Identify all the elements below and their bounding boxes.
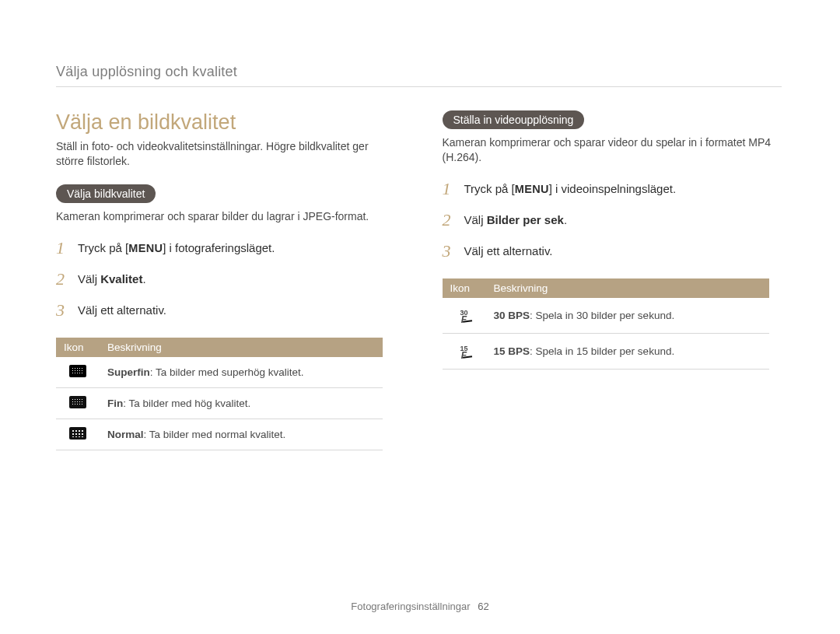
section-pill-video: Ställa in videoupplösning xyxy=(443,110,585,129)
quality-steps: 1 Tryck på [MENU] i fotograferingsläget.… xyxy=(56,238,396,321)
video-steps: 1 Tryck på [MENU] i videoinspelningsläge… xyxy=(443,179,782,261)
intro-text: Ställ in foto- och videokvalitetsinställ… xyxy=(56,139,396,169)
footer-section: Fotograferingsinställningar xyxy=(351,601,470,612)
step-body: Välj ett alternativ. xyxy=(78,303,166,317)
row-bold: 30 BPS xyxy=(494,310,530,321)
fps-f: F xyxy=(461,316,467,324)
step-body: Välj Bilder per sek. xyxy=(464,213,568,226)
step-body: Välj Kvalitet. xyxy=(78,272,146,285)
fps-icon-30: 30F xyxy=(443,298,486,333)
menu-label: MENU xyxy=(515,183,549,195)
step1-pre: Tryck på [ xyxy=(78,241,128,254)
step-body: Välj ett alternativ. xyxy=(464,244,553,257)
step-number: 1 xyxy=(443,179,464,199)
step2-pre: Välj xyxy=(464,213,487,226)
table-row: Superfin: Ta bilder med superhög kvalite… xyxy=(56,357,383,388)
fps-icon-15: 15F xyxy=(443,333,486,369)
right-column: Ställa in videoupplösning Kameran kompri… xyxy=(443,110,782,450)
section-pill-quality: Välja bildkvalitet xyxy=(56,184,156,203)
video-paragraph: Kameran komprimerar och sparar videor du… xyxy=(443,135,782,165)
video-table: Ikon Beskrivning 30F 30 BPS: Spela in 30… xyxy=(443,278,769,370)
desc-cell: Superfin: Ta bilder med superhög kvalite… xyxy=(100,357,383,388)
row-bold: Fin xyxy=(107,398,123,409)
desc-cell: Fin: Ta bilder med hög kvalitet. xyxy=(100,387,383,419)
table-row: Fin: Ta bilder med hög kvalitet. xyxy=(56,387,383,419)
fps-f: F xyxy=(461,352,467,360)
step-number: 3 xyxy=(443,241,464,261)
row-rest: : Ta bilder med hög kvalitet. xyxy=(123,398,250,409)
step-number: 1 xyxy=(56,238,78,258)
th-icon: Ikon xyxy=(56,338,100,357)
step-body: Tryck på [MENU] i fotograferingsläget. xyxy=(78,241,275,254)
step-number: 3 xyxy=(56,300,78,321)
step-2: 2 Välj Bilder per sek. xyxy=(443,210,782,230)
table-row: 30F 30 BPS: Spela in 30 bilder per sekun… xyxy=(443,298,769,333)
step-2: 2 Välj Kvalitet. xyxy=(56,269,396,289)
desc-cell: Normal: Ta bilder med normal kvalitet. xyxy=(100,419,383,450)
desc-cell: 30 BPS: Spela in 30 bilder per sekund. xyxy=(486,298,769,333)
step-body: Tryck på [MENU] i videoinspelningsläget. xyxy=(464,182,677,195)
th-icon: Ikon xyxy=(443,278,486,298)
step2-post: . xyxy=(564,213,567,226)
row-rest: : Spela in 30 bilder per sekund. xyxy=(530,310,674,321)
quality-table: Ikon Beskrivning Superfin: Ta bilder med… xyxy=(56,338,383,450)
quality-paragraph: Kameran komprimerar och sparar bilder du… xyxy=(56,209,396,224)
th-desc: Beskrivning xyxy=(486,278,769,298)
step-1: 1 Tryck på [MENU] i fotograferingsläget. xyxy=(56,238,396,258)
grid-icon xyxy=(69,396,86,408)
step-3: 3 Välj ett alternativ. xyxy=(56,300,396,321)
th-desc: Beskrivning xyxy=(100,338,383,357)
desc-cell: 15 BPS: Spela in 15 bilder per sekund. xyxy=(486,333,769,369)
step-number: 2 xyxy=(56,269,78,289)
row-bold: Superfin xyxy=(107,366,150,378)
page-title: Välja en bildkvalitet xyxy=(56,110,396,135)
fps-icon: 15F xyxy=(460,345,467,361)
step2-post: . xyxy=(142,272,145,285)
quality-icon-normal xyxy=(56,419,100,450)
quality-icon-fin xyxy=(56,387,100,419)
menu-label: MENU xyxy=(128,242,163,254)
step-number: 2 xyxy=(443,210,464,230)
step1-post: ] i videoinspelningsläget. xyxy=(549,182,676,195)
row-rest: : Ta bilder med superhög kvalitet. xyxy=(150,366,304,378)
left-column: Välja en bildkvalitet Ställ in foto- och… xyxy=(56,110,396,450)
row-rest: : Ta bilder med normal kvalitet. xyxy=(144,429,286,440)
step1-pre: Tryck på [ xyxy=(464,182,515,195)
step-1: 1 Tryck på [MENU] i videoinspelningsläge… xyxy=(443,179,782,199)
step2-bold: Bilder per sek xyxy=(487,213,564,226)
grid-icon xyxy=(69,365,86,377)
table-row: Normal: Ta bilder med normal kvalitet. xyxy=(56,419,383,450)
step1-post: ] i fotograferingsläget. xyxy=(163,241,275,254)
grid-icon xyxy=(69,427,86,440)
page-number: 62 xyxy=(478,601,488,612)
row-rest: : Spela in 15 bilder per sekund. xyxy=(530,345,674,357)
quality-icon-superfin xyxy=(56,357,100,388)
row-bold: 15 BPS xyxy=(494,345,530,357)
page-footer: Fotograferingsinställningar 62 xyxy=(0,601,840,612)
breadcrumb: Välja upplösning och kvalitet xyxy=(56,64,782,87)
step-3: 3 Välj ett alternativ. xyxy=(443,241,782,261)
step2-bold: Kvalitet xyxy=(100,272,142,285)
table-row: 15F 15 BPS: Spela in 15 bilder per sekun… xyxy=(443,333,769,369)
fps-icon: 30F xyxy=(460,310,467,325)
row-bold: Normal xyxy=(107,429,144,440)
step2-pre: Välj xyxy=(78,272,100,285)
